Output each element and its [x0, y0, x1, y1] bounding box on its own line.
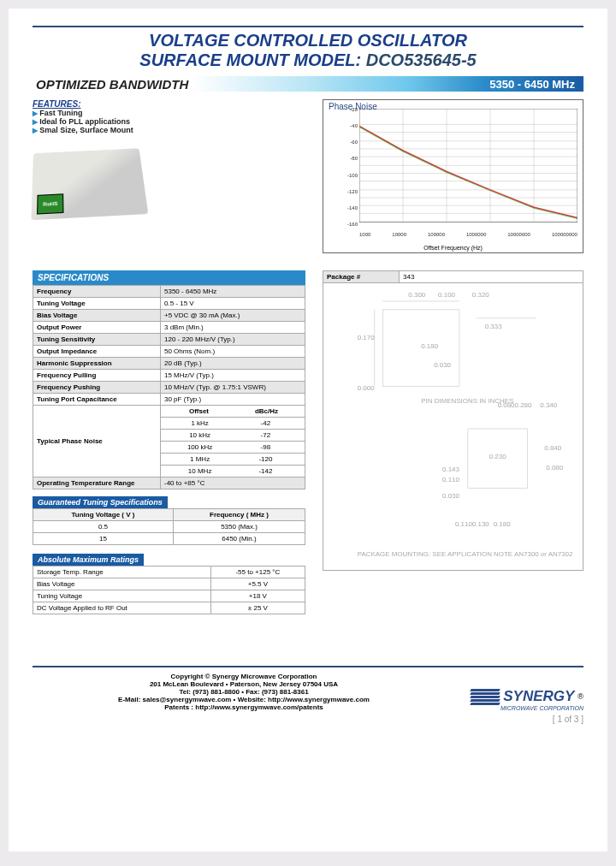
spec-label: Output Impedance	[33, 346, 161, 358]
synergy-logo: SYNERGY ®	[455, 688, 583, 705]
svg-text:0.130: 0.130	[472, 520, 489, 528]
dim: 0.300	[408, 291, 425, 299]
spec-row: Tuning Port Capacitance30 pF (Typ.)	[33, 394, 305, 406]
svg-text:0.280: 0.280	[515, 401, 532, 409]
temp-range-value: -40 to +85 °C	[161, 477, 305, 489]
spec-label: Frequency	[33, 286, 161, 298]
logo-lines-icon	[471, 689, 500, 705]
spec-value: 0.5 - 15 V	[161, 298, 305, 310]
spec-value: 15 MHz/V (Typ.)	[161, 370, 305, 382]
package-diagram: 0.300 0.100 0.320 0.170 0.180 0.030 0.00…	[323, 283, 583, 571]
spec-value: 3 dBm (Min.)	[161, 322, 305, 334]
product-image: RoHS	[31, 148, 148, 220]
svg-text:0.840: 0.840	[544, 444, 561, 452]
datasheet-page: VOLTAGE CONTROLLED OSCILLATOR SURFACE MO…	[9, 9, 607, 851]
title-line-2: SURFACE MOUNT MODEL: DCO535645-5	[33, 50, 583, 70]
spec-value: 5350 - 6450 MHz	[161, 286, 305, 298]
spec-label: Output Power	[33, 322, 161, 334]
model-number: DCO535645-5	[366, 50, 477, 69]
bandwidth-label: OPTIMIZED BANDWIDTH	[33, 77, 192, 92]
spec-row: Output Power3 dBm (Min.)	[33, 322, 305, 334]
spec-label: Tuning Port Capacitance	[33, 394, 161, 406]
pin-note: PIN DIMENSIONS IN INCHES	[421, 397, 513, 405]
abs-table: Storage Temp. Range-55 to +125 °C Bias V…	[33, 566, 305, 614]
svg-text:0.340: 0.340	[540, 401, 557, 409]
y-axis-ticks: -20-40-60-80-100-120-140-160	[325, 107, 358, 227]
phase-noise-chart: Phase Noise	[323, 99, 583, 253]
svg-text:0.030: 0.030	[434, 361, 451, 369]
patents: Patents : http://www.synergymwave.com/pa…	[33, 703, 455, 711]
title-block: VOLTAGE CONTROLLED OSCILLATOR SURFACE MO…	[33, 26, 583, 70]
spec-row: Tuning Sensitivity120 - 220 MHz/V (Typ.)	[33, 334, 305, 346]
spec-label: Tuning Sensitivity	[33, 334, 161, 346]
spec-row: Frequency5350 - 6450 MHz	[33, 286, 305, 298]
upper-content: FEATURES: Fast Tuning Ideal fo PLL appli…	[33, 99, 583, 253]
abs-header: Absolute Maximum Ratings	[33, 554, 144, 566]
chart-column: Phase Noise	[323, 99, 583, 253]
spec-row: Harmonic Suppression20 dB (Typ.)	[33, 358, 305, 370]
tuning-col-f: Frequency ( MHz )	[173, 509, 305, 521]
pn-col-offset: Offset	[166, 407, 232, 415]
package-table: Package # 343	[323, 270, 583, 283]
copyright: Copyright © Synergy Microwave Corporatio…	[33, 673, 455, 680]
package-column: Package # 343 0.300 0.100	[323, 260, 583, 614]
x-axis-label: Offset Frequency (Hz)	[323, 245, 583, 251]
bandwidth-gradient: 5350 - 6450 MHz	[192, 76, 583, 92]
chart-svg	[359, 109, 578, 222]
spec-row: Output Impedance50 Ohms (Nom.)	[33, 346, 305, 358]
spec-value: +5 VDC @ 30 mA (Max.)	[161, 310, 305, 322]
bandwidth-row: OPTIMIZED BANDWIDTH 5350 - 6450 MHz	[33, 75, 583, 92]
spec-value: 120 - 220 MHz/V (Typ.)	[161, 334, 305, 346]
svg-text:0.110: 0.110	[442, 476, 459, 483]
spec-row: Frequency Pulling15 MHz/V (Typ.)	[33, 370, 305, 382]
logo-block: SYNERGY ® MICROWAVE CORPORATION	[455, 688, 583, 711]
svg-text:0.000: 0.000	[358, 384, 375, 392]
spec-label: Bias Voltage	[33, 310, 161, 322]
tel: Tel: (973) 881-8800 • Fax: (973) 881-836…	[33, 688, 455, 696]
features-column: FEATURES: Fast Tuning Ideal fo PLL appli…	[33, 99, 305, 253]
spec-row: Bias Voltage+5 VDC @ 30 mA (Max.)	[33, 310, 305, 322]
spec-value: 10 MHz/V (Typ. @ 1.75:1 VSWR)	[161, 382, 305, 394]
svg-text:0.100: 0.100	[438, 291, 455, 299]
feature-item: Ideal fo PLL applications	[33, 117, 305, 126]
page-number: [ 1 of 3 ]	[33, 715, 583, 724]
rohs-badge: RoHS	[37, 193, 64, 214]
email: E-Mail: sales@synergymwave.com • Website…	[33, 696, 455, 703]
spec-value: 50 Ohms (Nom.)	[161, 346, 305, 358]
pn-col-dbc: dBc/Hz	[234, 407, 299, 415]
spec-label: Frequency Pushing	[33, 382, 161, 394]
svg-text:0.320: 0.320	[472, 291, 489, 299]
feature-item: Smal Size, Surface Mount	[33, 126, 305, 134]
specs-column: SPECIFICATIONS Frequency5350 - 6450 MHzT…	[33, 260, 305, 614]
mount-note: PACKAGE MOUNTING: SEE APPLICATION NOTE A…	[358, 550, 573, 558]
footer: Copyright © Synergy Microwave Corporatio…	[33, 666, 583, 711]
spec-row: Frequency Pushing10 MHz/V (Typ. @ 1.75:1…	[33, 382, 305, 394]
svg-text:0.143: 0.143	[442, 466, 459, 473]
title-line-1: VOLTAGE CONTROLLED OSCILLATOR	[33, 31, 583, 50]
feature-item: Fast Tuning	[33, 109, 305, 117]
spec-label: Harmonic Suppression	[33, 358, 161, 370]
logo-text: SYNERGY	[503, 688, 574, 705]
svg-text:0.080: 0.080	[546, 464, 563, 472]
features-heading: FEATURES:	[33, 99, 305, 109]
svg-text:0.110: 0.110	[455, 520, 472, 528]
logo-subtitle: MICROWAVE CORPORATION	[455, 705, 583, 711]
tuning-section: Guaranteed Tuning Specifications Tuning …	[33, 496, 305, 545]
specs-table: Frequency5350 - 6450 MHzTuning Voltage0.…	[33, 285, 305, 489]
package-label: Package #	[323, 271, 400, 283]
lower-content: SPECIFICATIONS Frequency5350 - 6450 MHzT…	[33, 260, 583, 614]
tuning-table: Tuning Voltage ( V ) Frequency ( MHz ) 0…	[33, 508, 305, 545]
svg-text:0.030: 0.030	[442, 492, 459, 500]
address: 201 McLean Boulevard • Paterson, New Jer…	[33, 680, 455, 688]
temp-range-label: Operating Temperature Range	[33, 477, 161, 489]
spec-value: 30 pF (Typ.)	[161, 394, 305, 406]
svg-text:0.170: 0.170	[358, 334, 375, 341]
specs-header: SPECIFICATIONS	[33, 270, 305, 285]
x-axis-ticks: 100010000100000100000010000000100000000	[359, 232, 578, 237]
svg-text:0.230: 0.230	[489, 453, 506, 460]
footer-text: Copyright © Synergy Microwave Corporatio…	[33, 673, 455, 711]
spec-value: 20 dB (Typ.)	[161, 358, 305, 370]
bandwidth-range: 5350 - 6450 MHz	[489, 78, 575, 91]
spec-label: Tuning Voltage	[33, 298, 161, 310]
package-value: 343	[400, 271, 583, 283]
